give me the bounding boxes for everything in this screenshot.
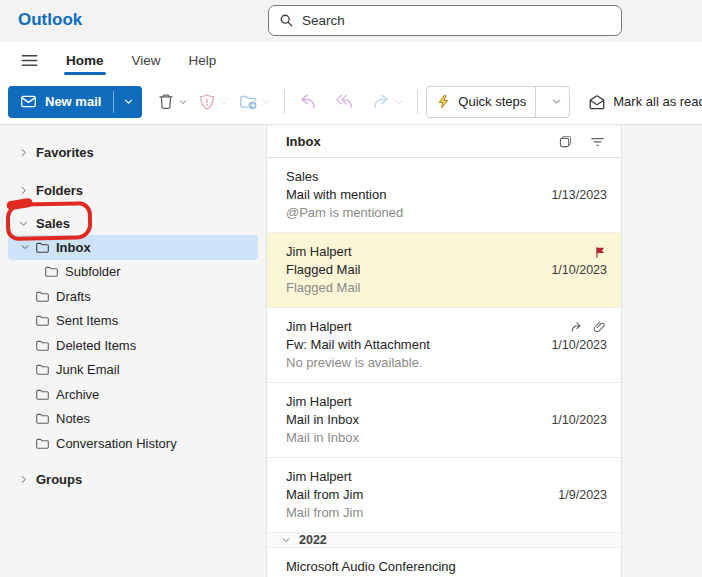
sidebar-item-label: Conversation History [56,436,177,451]
folder-icon [35,387,50,402]
top-bar: Outlook [0,0,702,42]
toolbar-divider [284,90,285,114]
group-header-2022[interactable]: 2022 [267,533,621,548]
chevron-down-icon [219,97,229,107]
sidebar-item-label: Groups [36,472,82,487]
new-mail-dropdown-button[interactable] [114,86,142,118]
folder-icon [35,436,50,451]
quick-steps-label: Quick steps [458,94,526,109]
chevron-down-icon [261,97,271,107]
quick-steps-button[interactable]: Quick steps [426,86,570,118]
folder-icon [35,362,50,377]
sidebar-item-sales[interactable]: Sales [0,211,266,235]
message-list-header: Inbox [267,125,621,158]
hamburger-menu-button[interactable] [14,47,44,75]
sidebar-item-sent-items[interactable]: Sent Items [8,309,258,334]
ribbon-toolbar: New mail [0,79,702,125]
search-input[interactable] [302,13,611,28]
sidebar-item-label: Sales [36,216,70,231]
message-sender: Sales [286,168,607,186]
forwarded-icon [570,320,584,334]
message-list-title: Inbox [286,134,558,149]
folder-icon [35,240,50,255]
message-row[interactable]: Jim Halpert Mail in Inbox 1/10/2023 Mail… [267,383,621,458]
sidebar-item-junk-email[interactable]: Junk Email [8,358,258,383]
message-preview: Mail from Jim [286,504,607,522]
sidebar-item-label: Notes [56,411,90,426]
tab-view[interactable]: View [118,45,175,76]
delete-button[interactable] [154,86,191,118]
sidebar-item-groups[interactable]: Groups [0,468,266,492]
message-sender: Jim Halpert [286,318,560,336]
message-row[interactable]: Jim Halpert Fw: Mail with Attachment 1/1… [267,308,621,383]
sidebar-item-deleted-items[interactable]: Deleted Items [8,333,258,358]
reply-icon [298,92,317,111]
quick-steps-dropdown-button[interactable] [543,87,569,117]
message-subject: Mail in Inbox [286,411,541,429]
outlook-window: Outlook Home View Help New mail [0,0,702,577]
message-date: 1/10/2023 [551,411,607,429]
sidebar-item-label: Sent Items [56,313,118,328]
sidebar-item-label: Folders [36,183,83,198]
sidebar-item-inbox[interactable]: Inbox [8,235,258,260]
mark-all-as-read-label: Mark all as read [613,94,702,109]
message-sender: Jim Halpert [286,468,607,486]
folder-icon [35,411,50,426]
report-button[interactable] [195,86,232,118]
message-row[interactable]: Sales Mail with mention 1/13/2023 @Pam i… [267,158,621,233]
tab-home[interactable]: Home [52,45,118,76]
mail-icon [20,93,37,110]
sidebar-item-notes[interactable]: Notes [8,407,258,432]
chevron-right-icon [18,147,29,158]
sidebar-item-subfolder[interactable]: Subfolder [8,260,258,285]
reply-button[interactable] [295,86,320,118]
group-header-label: 2022 [299,533,327,547]
sidebar-item-label: Archive [56,387,99,402]
message-subject: Mail from Jim [286,486,548,504]
message-row-flagged[interactable]: Jim Halpert Flagged Mail 1/10/2023 Flagg… [267,233,621,308]
folder-icon [35,313,50,328]
sidebar-item-favorites[interactable]: Favorites [0,140,266,164]
attachment-icon [593,320,607,334]
forward-button[interactable] [369,86,407,118]
sidebar-item-archive[interactable]: Archive [8,382,258,407]
folder-icon [44,264,59,279]
sidebar-item-drafts[interactable]: Drafts [8,284,258,309]
message-preview: Mail in Inbox [286,429,607,447]
select-messages-icon[interactable] [558,134,573,149]
move-to-folder-button[interactable] [236,86,274,118]
message-row[interactable]: Microsoft Audio Conferencing You now hav… [267,548,621,577]
mail-read-icon [588,93,606,111]
chevron-down-icon [18,218,29,229]
chevron-down-icon [394,97,404,107]
lightning-icon [436,94,451,109]
message-date: 1/10/2023 [551,261,607,279]
message-sender: Jim Halpert [286,393,607,411]
new-mail-button[interactable]: New mail [8,86,113,118]
search-box[interactable] [268,5,622,36]
filter-icon[interactable] [590,134,605,149]
sidebar-item-conversation-history[interactable]: Conversation History [8,431,258,456]
sidebar-item-folders[interactable]: Folders [0,178,266,202]
message-date: 1/13/2023 [551,186,607,204]
reply-all-button[interactable] [332,86,357,118]
ribbon-tabs: Home View Help [0,42,702,79]
new-mail-split-button: New mail [8,86,142,118]
message-sender: Jim Halpert [286,243,584,261]
outlook-logo: Outlook [18,10,82,30]
flag-icon[interactable] [594,246,607,259]
message-preview: @Pam is mentioned [286,204,607,222]
tab-help[interactable]: Help [175,45,231,76]
content-area: Favorites Folders Sales Inbox Subfol [0,125,702,577]
ribbon: Home View Help New mail [0,42,702,125]
folder-sidebar: Favorites Folders Sales Inbox Subfol [0,125,266,577]
chevron-right-icon [18,474,29,485]
message-row[interactable]: Jim Halpert Mail from Jim 1/9/2023 Mail … [267,458,621,533]
search-icon [279,13,294,28]
sidebar-item-label: Inbox [56,240,91,255]
message-list: Inbox Sales Mail with mention 1/13/2023 … [266,125,622,577]
toolbar-divider [417,90,418,114]
chevron-down-icon [281,535,291,545]
mark-all-as-read-button[interactable]: Mark all as read [580,86,702,118]
chevron-down-icon [18,242,32,252]
